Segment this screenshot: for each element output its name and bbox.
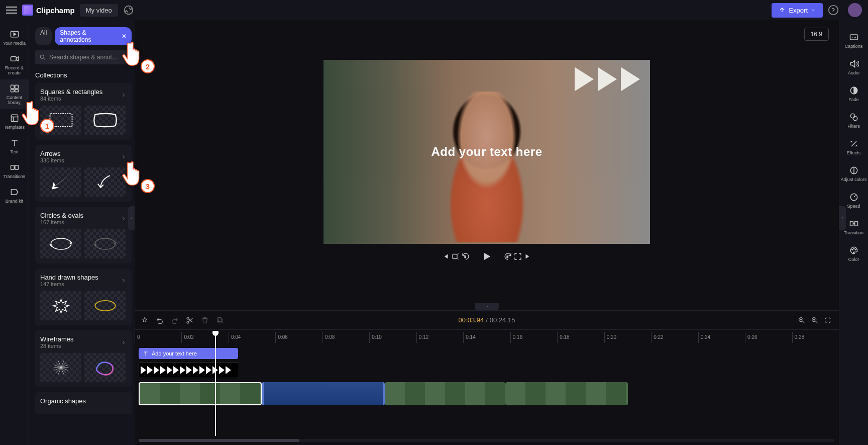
- menu-button[interactable]: [6, 5, 17, 16]
- collection-header[interactable]: Circles & ovals 167 items: [40, 212, 127, 225]
- rail-captions[interactable]: Captions: [839, 27, 869, 54]
- svg-rect-5: [15, 85, 18, 88]
- collection-header[interactable]: Wireframes 28 items: [40, 335, 127, 349]
- cursor-callout-1: 1: [20, 99, 51, 130]
- adjust-icon: [849, 165, 859, 175]
- app-logo[interactable]: Clipchamp: [22, 5, 75, 16]
- collection-header[interactable]: Squares & rectangles 84 items: [40, 88, 127, 102]
- collection-wireframes: Wireframes 28 items: [35, 330, 132, 387]
- cloud-sync-icon[interactable]: [123, 5, 134, 16]
- close-icon[interactable]: ✕: [122, 33, 127, 40]
- rewind-icon[interactable]: 5: [461, 252, 470, 261]
- undo-icon[interactable]: [156, 316, 164, 324]
- shape-thumb[interactable]: [84, 106, 126, 135]
- timeline-scrollbar[interactable]: [139, 439, 835, 442]
- right-collapse-button[interactable]: [839, 206, 846, 230]
- rail-audio[interactable]: Audio: [839, 54, 869, 80]
- help-icon[interactable]: [828, 5, 839, 16]
- user-avatar[interactable]: [848, 3, 862, 17]
- upload-icon: [779, 7, 786, 14]
- split-icon[interactable]: [186, 316, 194, 324]
- brand-icon: [10, 187, 20, 197]
- rail-text[interactable]: Text: [0, 134, 29, 158]
- effects-icon: [849, 139, 859, 149]
- shape-thumb[interactable]: [40, 229, 81, 258]
- zoom-fit-icon[interactable]: [824, 316, 832, 324]
- collection-organic: Organic shapes: [35, 392, 132, 414]
- shape-thumb[interactable]: [40, 353, 81, 382]
- zoom-out-icon[interactable]: [798, 316, 806, 324]
- video-clip-1[interactable]: [139, 382, 262, 405]
- rail-transitions[interactable]: Transitions: [0, 158, 29, 183]
- transition-icon: [849, 219, 859, 229]
- shape-thumb[interactable]: [84, 291, 126, 320]
- shape-thumb[interactable]: [40, 167, 81, 197]
- zoom-in-icon[interactable]: [811, 316, 819, 324]
- arrows-clip[interactable]: [139, 362, 239, 378]
- video-canvas[interactable]: Add your text here: [323, 60, 650, 244]
- rail-adjust-colors[interactable]: Adjust colors: [839, 160, 869, 187]
- canvas-text-overlay[interactable]: Add your text here: [431, 145, 542, 159]
- color-icon: [849, 245, 859, 255]
- preview-area: 16:9 Add your text here 5 5: [135, 20, 839, 303]
- timeline[interactable]: 0 0:02 0:04 0:06 0:08 0:10 0:12 0:14 0:1…: [135, 329, 839, 445]
- svg-rect-6: [11, 90, 14, 92]
- skip-back-icon[interactable]: [441, 252, 450, 261]
- camera-icon: [10, 54, 20, 64]
- skip-forward-icon[interactable]: [523, 252, 532, 261]
- video-track[interactable]: [137, 382, 837, 405]
- fullscreen-icon[interactable]: [513, 252, 522, 261]
- forward-icon[interactable]: 5: [503, 252, 512, 261]
- video-clip-2[interactable]: [262, 382, 385, 405]
- rail-fade[interactable]: Fade: [839, 80, 869, 107]
- text-clip[interactable]: Add your text here: [139, 348, 238, 359]
- fade-icon: [849, 85, 859, 96]
- timeline-time: 00:03.94 / 00:24.15: [459, 316, 515, 324]
- collection-header[interactable]: Organic shapes: [40, 397, 127, 405]
- rail-brand-kit[interactable]: Brand kit: [0, 183, 29, 208]
- chip-all[interactable]: All: [35, 27, 52, 45]
- rail-effects[interactable]: Effects: [839, 134, 869, 160]
- collection-header[interactable]: Hand drawn shapes 147 items: [40, 274, 127, 287]
- thumbnail-toggle-icon[interactable]: [451, 252, 460, 261]
- shape-thumb[interactable]: [40, 291, 81, 320]
- rail-record-create[interactable]: Record & create: [0, 50, 29, 79]
- cursor-number: 3: [141, 179, 155, 193]
- play-icon[interactable]: [481, 251, 492, 262]
- shape-thumb[interactable]: [84, 229, 126, 258]
- svg-rect-30: [219, 319, 223, 323]
- svg-text:5: 5: [507, 255, 508, 258]
- chevron-left-icon: [840, 216, 844, 221]
- shape-thumb[interactable]: [84, 167, 126, 197]
- app-name: Clipchamp: [36, 6, 75, 15]
- overlay-track[interactable]: [137, 362, 837, 379]
- text-track[interactable]: Add your text here: [137, 348, 837, 359]
- topbar: Clipchamp My video Export: [0, 0, 868, 20]
- rail-your-media[interactable]: Your media: [0, 25, 29, 50]
- playhead[interactable]: [215, 332, 216, 436]
- video-clip-3[interactable]: [385, 382, 505, 405]
- content-panel: All Shapes & annotations ✕ Collections S…: [29, 20, 135, 445]
- video-title[interactable]: My video: [80, 4, 118, 17]
- magic-icon[interactable]: [141, 316, 149, 324]
- delete-icon: [201, 316, 209, 324]
- aspect-ratio-button[interactable]: 16:9: [804, 28, 829, 41]
- timeline-collapse-button[interactable]: [475, 303, 499, 310]
- timeline-toolbar: 00:03.94 / 00:24.15: [135, 310, 839, 329]
- search-input[interactable]: [35, 50, 132, 64]
- chevron-down-icon: [484, 305, 489, 309]
- svg-rect-29: [218, 317, 222, 321]
- export-button[interactable]: Export: [772, 3, 823, 18]
- rail-color[interactable]: Color: [839, 240, 869, 267]
- panel-collapse-button[interactable]: [128, 206, 135, 230]
- rail-filters[interactable]: Filters: [839, 107, 869, 134]
- shape-thumb[interactable]: [84, 353, 126, 382]
- captions-icon: [849, 32, 859, 42]
- scroll-thumb[interactable]: [139, 439, 299, 442]
- svg-point-36: [853, 116, 857, 120]
- collection-header[interactable]: Arrows 330 items: [40, 150, 127, 163]
- audio-icon: [849, 59, 859, 69]
- timeline-ruler[interactable]: 0 0:02 0:04 0:06 0:08 0:10 0:12 0:14 0:1…: [135, 332, 839, 343]
- video-clip-4[interactable]: [505, 382, 628, 405]
- canvas-arrows-overlay[interactable]: [575, 67, 640, 92]
